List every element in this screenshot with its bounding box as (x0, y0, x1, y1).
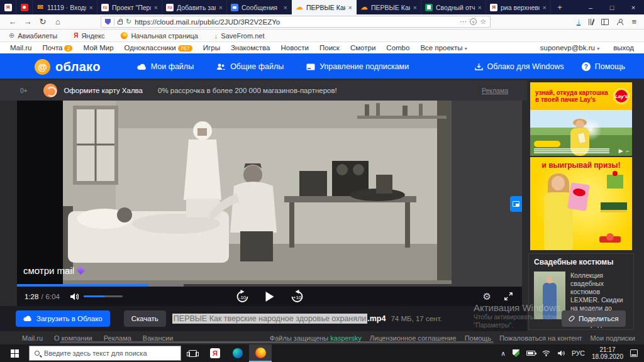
tab-close-icon[interactable]: × (348, 4, 352, 11)
footer-link-mailru[interactable]: Mail.ru (22, 334, 43, 342)
lays-video-ad[interactable]: ▶⌐ (530, 110, 632, 156)
start-button[interactable] (0, 344, 29, 362)
rewind-10-button[interactable]: -10 (235, 290, 249, 304)
file-name-selected[interactable]: ПЕРВЫЕ Как тверские народное здоровье ох… (172, 314, 367, 324)
home-icon[interactable]: ⌂ (50, 17, 65, 26)
cloud-for-windows-link[interactable]: Облако для Windows (475, 62, 564, 71)
tab-close-icon[interactable]: × (543, 4, 547, 11)
nav-mailru[interactable]: Mail.ru (10, 44, 32, 52)
nav-my-files[interactable]: Мои файлы (137, 62, 194, 71)
taskbar-edge[interactable] (226, 344, 249, 362)
back-icon[interactable]: ← (5, 17, 20, 26)
nav-odnoklassniki[interactable]: Одноклассники767 (125, 44, 192, 52)
top-ad-banner[interactable]: 0+ Оформите карту Халва 0% рассрочка в б… (0, 80, 527, 101)
minimize-button[interactable]: – (580, 0, 601, 14)
language-indicator[interactable]: РУС (572, 349, 585, 357)
tab-report[interactable]: Сводный отчет п× (421, 0, 486, 14)
nav-combo[interactable]: Combo (386, 44, 409, 52)
lays-ad-prizes[interactable]: и выигрывай призы! (530, 157, 632, 250)
sidebar-toggle-icon[interactable] (601, 19, 609, 25)
nav-pochta[interactable]: Почта2 (43, 44, 73, 52)
taskbar-yandex-browser[interactable]: Я (204, 344, 226, 362)
tab-close-icon[interactable]: × (219, 4, 223, 11)
download-button[interactable]: Скачать (124, 310, 166, 327)
pinned-tab-yandex[interactable]: Я (0, 0, 16, 14)
search-input[interactable] (44, 349, 175, 357)
url-text[interactable]: https://cloud.mail.ru/public/2JUD/3R2V2E… (135, 18, 457, 26)
url-bar[interactable]: ↻ https://cloud.mail.ru/public/2JUD/3R2V… (101, 16, 491, 28)
tab-active-video[interactable]: ☁ПЕРВЫЕ Как твер× (292, 0, 357, 14)
ad-label-link[interactable]: Реклама (482, 87, 508, 94)
lock-icon[interactable] (118, 21, 123, 25)
tray-expand-icon[interactable]: ∧ (501, 349, 506, 357)
tracking-shield-icon[interactable] (105, 19, 111, 25)
tab-close-icon[interactable]: × (413, 4, 417, 11)
lays-banner[interactable]: узнай, откуда картошка в твоей пачке Lay… (530, 82, 632, 110)
library-icon[interactable] (589, 19, 594, 25)
ad-video-controls[interactable]: ▶⌐ (619, 148, 630, 154)
play-button[interactable] (265, 292, 274, 302)
tab-close-icon[interactable]: × (478, 4, 482, 11)
security-shield-icon[interactable] (513, 349, 519, 357)
battery-icon[interactable] (526, 351, 535, 356)
page-actions-icon[interactable]: ⋯ (460, 18, 467, 26)
tab-close-icon[interactable]: × (284, 4, 287, 11)
tab-messages[interactable]: Сообщения× (227, 0, 292, 14)
savefrom-extension-icon[interactable]: ↻ (126, 18, 131, 26)
ad-cta-button[interactable] (534, 141, 560, 147)
tab-inbox[interactable]: ✉11119 · Входящи× (33, 0, 97, 14)
volume-slider[interactable] (84, 295, 123, 297)
close-button[interactable]: × (623, 0, 644, 14)
tab-close-icon[interactable]: × (154, 4, 158, 11)
restore-button[interactable]: □ (601, 0, 623, 14)
forward-icon[interactable]: → (20, 17, 35, 26)
footer-link-about[interactable]: О компании (54, 334, 92, 342)
bookmark-homepage[interactable]: Начальная страница (121, 32, 197, 40)
new-tab-button[interactable]: + (551, 0, 569, 14)
bookmark-yandex[interactable]: ЯЯндекс (74, 32, 104, 40)
pocket-icon[interactable]: ∨ (470, 18, 477, 25)
taskbar-search[interactable] (29, 346, 181, 361)
volume-icon[interactable] (70, 293, 79, 300)
tab-close-icon[interactable]: × (89, 4, 93, 11)
account-email[interactable]: suponevp@bk.ru ▾ (540, 44, 599, 52)
nav-znakomstva[interactable]: Знакомства (231, 44, 270, 52)
nav-smotri[interactable]: Смотри (350, 44, 375, 52)
pinned-tab[interactable] (16, 0, 33, 14)
ad-expand-icon[interactable]: ⌐ (626, 148, 630, 154)
forward-10-button[interactable]: +10 (290, 290, 304, 304)
cloud-logo[interactable]: @ облако (35, 59, 101, 75)
account-icon[interactable] (617, 19, 623, 25)
bookmark-star-icon[interactable]: ☆ (480, 18, 486, 26)
action-center-icon[interactable] (630, 349, 638, 357)
settings-gear-icon[interactable]: ⚙ (483, 291, 491, 302)
tab-video-2[interactable]: ☁ПЕРВЫЕ Как твер× (357, 0, 421, 14)
help-link[interactable]: ?Помощь (582, 62, 625, 71)
footer-link-ads[interactable]: Реклама (104, 334, 131, 342)
tab-ria[interactable]: Яриа верхневолж× (486, 0, 551, 14)
nav-shared-files[interactable]: Общие файлы (216, 62, 284, 71)
bookmark-savefrom[interactable]: ↓SaveFrom.net (214, 32, 265, 40)
footer-link-jobs[interactable]: Вакансии (143, 334, 174, 342)
footer-link-license[interactable]: Лицензионное соглашение (370, 334, 457, 342)
nav-novosti[interactable]: Новости (280, 44, 309, 52)
task-view-button[interactable] (181, 344, 204, 362)
nav-igry[interactable]: Игры (203, 44, 220, 52)
share-button[interactable]: Поделиться (562, 310, 626, 327)
bookmark-aviabilety[interactable]: ⊕Авиабилеты (9, 31, 57, 40)
logout-link[interactable]: выход (613, 44, 634, 52)
taskbar-clock[interactable]: 21:17 18.09.2020 (592, 346, 623, 361)
speaker-icon[interactable] (557, 350, 565, 356)
reload-icon[interactable]: ↻ (35, 17, 50, 26)
menu-icon[interactable]: ≡ (631, 17, 636, 26)
nav-moymir[interactable]: Мой Мир (83, 44, 113, 52)
nav-subscriptions[interactable]: Управление подписками (306, 62, 409, 71)
video-player[interactable]: смотри mail 1:28 / 6:04 -10 (17, 101, 522, 306)
horizontal-scrollbar[interactable] (60, 341, 494, 343)
fullscreen-icon[interactable] (504, 292, 513, 301)
taskbar-firefox-active[interactable] (249, 344, 272, 362)
nav-all-projects[interactable]: Все проекты ▾ (420, 44, 467, 52)
wifi-icon[interactable] (542, 350, 550, 356)
footer-link-subscriptions[interactable]: Мои подписки (591, 334, 635, 342)
ad-play-icon[interactable]: ▶ (619, 148, 623, 154)
